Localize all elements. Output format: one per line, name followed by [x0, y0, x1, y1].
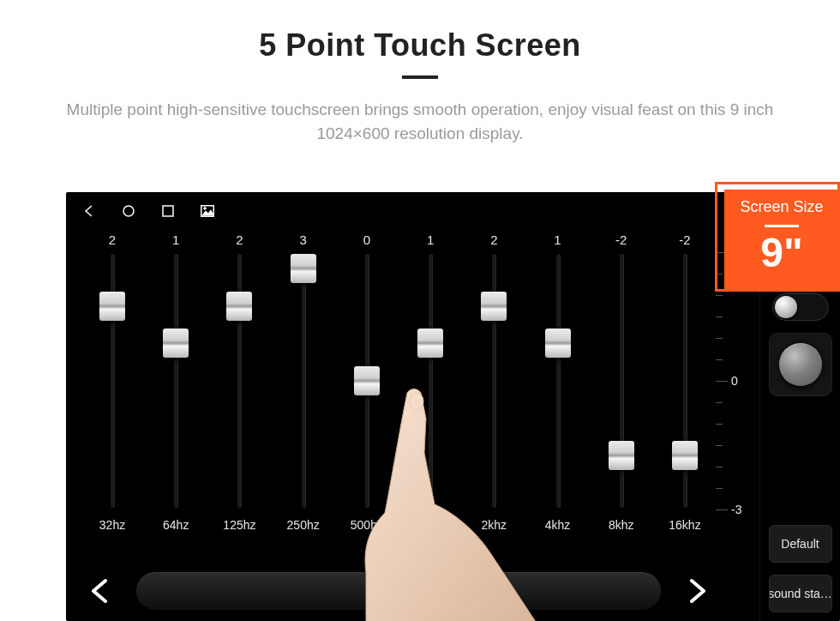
eq-slider[interactable] [405, 254, 456, 508]
eq-slider[interactable] [213, 254, 265, 508]
balance-dial[interactable] [769, 333, 832, 396]
scale-mid: 0 [731, 374, 738, 388]
svg-point-4 [204, 208, 207, 210]
eq-slider[interactable] [532, 254, 584, 508]
eq-slider[interactable] [659, 254, 711, 508]
title-underline [402, 75, 438, 79]
home-icon[interactable] [121, 203, 136, 219]
screen-size-badge: Screen Size 9" [715, 182, 840, 292]
eq-value: 1 [172, 230, 179, 250]
eq-value: 1 [427, 230, 434, 250]
eq-slider[interactable] [468, 254, 519, 508]
eq-value: 3 [299, 230, 306, 250]
badge-value: 9" [760, 232, 802, 274]
eq-value: 1 [554, 230, 561, 250]
gallery-icon[interactable] [200, 203, 215, 219]
badge-label: Screen Size [740, 198, 823, 216]
eq-freq-label: 1khz [417, 518, 443, 534]
default-button[interactable]: Default [769, 525, 832, 563]
eq-freq-label: 32hz [99, 518, 125, 534]
eq-band-4khz: 14khz [532, 230, 584, 566]
preset-row: Jazz [81, 570, 716, 612]
preset-name[interactable]: Jazz [136, 572, 661, 610]
scale-min: -3 [731, 503, 741, 516]
eq-value: 2 [236, 230, 243, 250]
recent-icon[interactable] [160, 203, 176, 219]
eq-slider[interactable] [278, 254, 329, 508]
eq-band-1khz: 11khz [405, 230, 456, 566]
eq-freq-label: 250hz [287, 518, 320, 534]
page-title: 5 Point Touch Screen [0, 27, 840, 63]
eq-band-16khz: -216khz [659, 230, 711, 566]
android-navbar [81, 199, 825, 223]
eq-band-8khz: -28khz [596, 230, 647, 566]
next-preset-button[interactable] [678, 572, 716, 610]
eq-band-2khz: 22khz [468, 230, 519, 566]
eq-freq-label: 64hz [163, 518, 189, 534]
svg-rect-1 [163, 206, 173, 216]
eq-freq-label: 16khz [669, 518, 700, 534]
eq-slider[interactable] [341, 254, 393, 508]
eq-toggle[interactable] [772, 293, 829, 321]
eq-value: 0 [363, 230, 370, 250]
eq-value: 2 [490, 230, 497, 250]
eq-band-64hz: 164hz [150, 230, 201, 566]
back-icon[interactable] [81, 203, 97, 219]
eq-slider[interactable] [150, 254, 201, 508]
eq-freq-label: 500hz [351, 518, 383, 534]
prev-preset-button[interactable] [81, 572, 119, 610]
page-subtitle: Multiple point high-sensitive touchscree… [47, 98, 793, 145]
eq-band-500hz: 0500hz [341, 230, 393, 566]
eq-value: -2 [615, 230, 627, 250]
eq-slider[interactable] [87, 254, 138, 508]
eq-freq-label: 2khz [482, 518, 507, 534]
eq-freq-label: 4khz [545, 518, 571, 534]
eq-value: -2 [679, 230, 690, 250]
eq-freq-label: 125hz [223, 518, 255, 534]
eq-band-125hz: 2125hz [213, 230, 265, 566]
eq-slider[interactable] [596, 254, 647, 508]
eq-value: 2 [109, 230, 116, 250]
sound-stage-button[interactable]: sound sta… [769, 575, 832, 612]
eq-band-32hz: 232hz [87, 230, 138, 566]
eq-freq-label: 8khz [609, 518, 634, 534]
eq-band-250hz: 3250hz [278, 230, 329, 566]
equalizer-area: 232hz164hz2125hz3250hz0500hz11khz22khz14… [81, 230, 716, 566]
svg-point-0 [123, 206, 134, 216]
